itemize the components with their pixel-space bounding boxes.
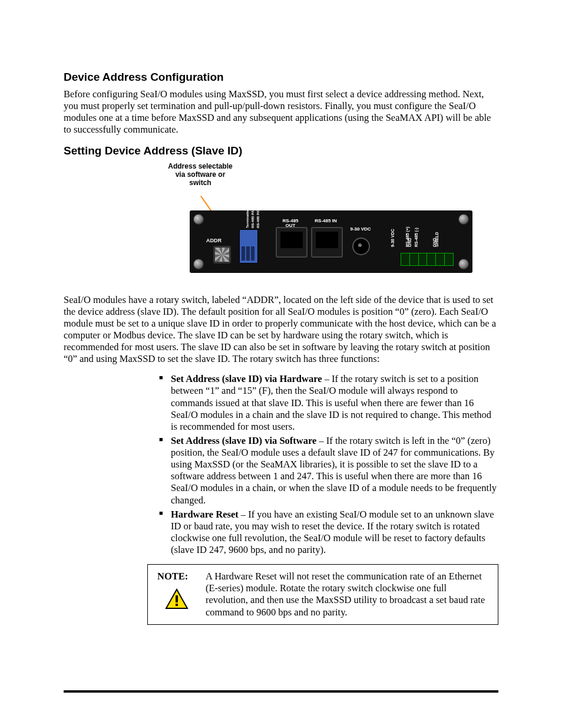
list-item: Set Address (slave ID) via Software – If…: [159, 435, 498, 506]
port-rs485-out: [276, 227, 308, 258]
bullet-title: Set Address (slave ID) via Software: [171, 435, 316, 446]
port-rs485-in: [311, 227, 343, 258]
dip-switch-icon: [239, 229, 258, 263]
note-box: NOTE: A Hardware Reset will not reset th…: [147, 564, 498, 625]
note-left-column: NOTE:: [156, 571, 197, 618]
label-port-out: RS-485 OUT: [277, 219, 304, 229]
label-term-shield: SHIELD: [435, 232, 439, 247]
note-text: A Hardware Reset will not reset the comm…: [206, 571, 490, 618]
screw-icon: [458, 214, 469, 225]
bullet-title: Set Address (slave ID) via Hardware: [171, 373, 322, 384]
para-intro: Before configuring SeaI/O modules using …: [64, 88, 498, 136]
page: Device Address Configuration Before conf…: [0, 0, 562, 728]
rotary-switch-icon: [213, 246, 231, 263]
svg-rect-1: [176, 595, 178, 602]
label-dip-termination: Termination: [246, 208, 249, 228]
label-dip-pu: RS-485 P/U: [251, 209, 254, 228]
heading-setting-device-address: Setting Device Address (Slave ID): [64, 144, 498, 157]
terminal-block-icon: [401, 253, 454, 266]
screw-icon: [193, 259, 204, 269]
list-item: Hardware Reset – If you have an existing…: [159, 509, 498, 556]
device-figure: Address selectable via software or switc…: [147, 162, 498, 280]
footer-rule: [64, 690, 498, 693]
list-item: Set Address (slave ID) via Hardware – If…: [159, 373, 498, 433]
warning-icon: [165, 588, 189, 610]
label-term-vdc: 9-30 VDC: [391, 229, 395, 247]
para-rotary-switch: SeaI/O modules have a rotary switch, lab…: [64, 294, 498, 365]
bullet-title: Hardware Reset: [171, 509, 239, 520]
heading-device-address-config: Device Address Configuration: [64, 71, 498, 84]
svg-rect-2: [176, 604, 178, 606]
note-label: NOTE:: [157, 571, 188, 582]
device-photo: ADDR Termination RS-485 P/U RS-485 P/D R…: [190, 210, 472, 273]
label-power: 9-30 VDC: [349, 227, 372, 232]
bullet-list: Set Address (slave ID) via Hardware – If…: [159, 373, 498, 556]
label-port-in: RS-485 IN: [312, 219, 339, 223]
screw-icon: [193, 214, 204, 225]
label-term-485p: RS-485 (+): [405, 226, 409, 246]
screw-icon: [458, 259, 469, 269]
callout-text: Address selectable via software or switc…: [165, 162, 236, 187]
power-jack-icon: [352, 238, 370, 255]
label-addr: ADDR: [206, 238, 222, 243]
label-dip-pd: RS-485 P/D: [256, 209, 260, 228]
label-term-485m: RS-485 (-): [414, 228, 418, 247]
